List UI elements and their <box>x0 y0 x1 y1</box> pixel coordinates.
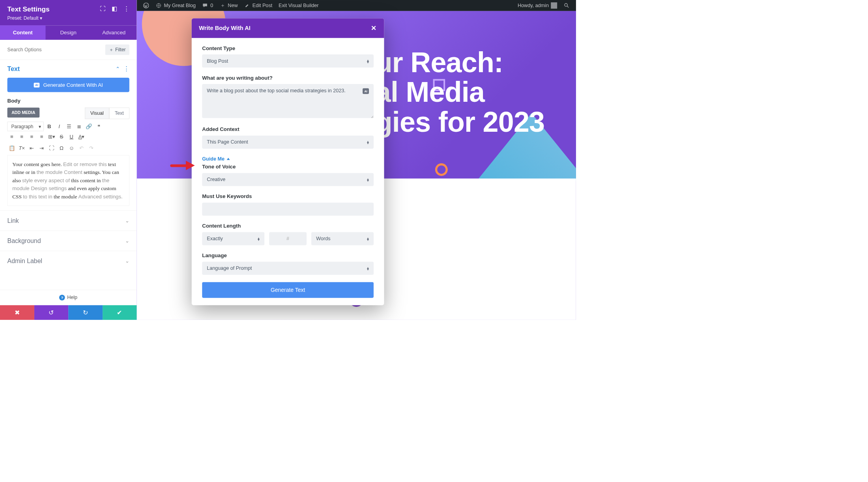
close-icon[interactable]: ✕ <box>371 24 377 32</box>
content-type-label: Content Type <box>202 45 374 51</box>
triangle-up-icon <box>226 158 230 160</box>
select-arrows-icon: ▴▾ <box>367 140 369 144</box>
snap-icon[interactable]: ◧ <box>112 5 117 12</box>
expand-icon[interactable]: ⛶ <box>100 5 106 12</box>
tone-select[interactable]: Creative▴▾ <box>202 173 374 186</box>
text-color-icon[interactable]: A▾ <box>77 132 86 141</box>
filter-label: Filter <box>115 47 126 52</box>
new-content[interactable]: ＋New <box>216 0 241 11</box>
wordpress-icon <box>143 2 149 9</box>
wp-admin-bar: My Great Blog 0 ＋New Edit Post Exit Visu… <box>137 0 576 11</box>
redo-button[interactable]: ↻ <box>68 305 103 320</box>
clear-format-icon[interactable]: T× <box>17 144 26 153</box>
underline-icon[interactable]: U <box>67 132 76 141</box>
kebab-icon[interactable]: ⋮ <box>123 5 129 12</box>
editor-tab-visual[interactable]: Visual <box>85 108 109 119</box>
add-media-button[interactable]: ADD MEDIA <box>7 108 39 118</box>
panel-tabs: Content Design Advanced <box>0 25 137 39</box>
about-textarea[interactable] <box>202 84 374 118</box>
kebab-icon[interactable]: ⋮ <box>123 65 129 72</box>
wp-logo[interactable] <box>140 0 152 11</box>
hero-line: ur Reach: <box>375 48 545 77</box>
length-label: Content Length <box>202 223 374 229</box>
redo-icon[interactable]: ↷ <box>87 144 96 153</box>
home-icon <box>155 2 162 9</box>
caret-down-icon: ▾ <box>39 123 41 129</box>
tab-advanced[interactable]: Advanced <box>91 25 137 39</box>
help-link[interactable]: ?Help <box>0 290 137 305</box>
body-label: Body <box>0 98 137 108</box>
editor-toolbar: Paragraph▾ B I ☰ ≣ 🔗 ❝ <box>0 119 137 132</box>
undo-icon[interactable]: ↶ <box>77 144 86 153</box>
paste-icon[interactable]: 📋 <box>7 144 17 153</box>
keywords-input[interactable] <box>202 203 374 216</box>
generate-text-button[interactable]: Generate Text <box>202 282 374 298</box>
comments[interactable]: 0 <box>199 0 216 11</box>
chevron-down-icon: ⌄ <box>125 238 129 244</box>
hero-ring <box>435 163 448 176</box>
tab-content[interactable]: Content <box>0 25 45 39</box>
bold-icon[interactable]: B <box>45 122 54 131</box>
undo-button[interactable]: ↺ <box>34 305 69 320</box>
fullscreen-icon[interactable]: ⛶ <box>47 144 56 153</box>
help-icon: ? <box>59 295 65 301</box>
align-justify-icon[interactable]: ≡ <box>37 132 46 141</box>
guide-me-toggle[interactable]: Guide Me <box>202 156 374 162</box>
svg-point-0 <box>144 3 149 8</box>
hero-line: gies for 2023 <box>375 107 545 136</box>
quote-icon[interactable]: ❝ <box>95 122 104 131</box>
search-toggle[interactable] <box>560 0 573 11</box>
section-text-header[interactable]: Text ⌃ ⋮ <box>0 60 137 78</box>
context-select[interactable]: This Page Content▴▾ <box>202 136 374 149</box>
chevron-down-icon: ⌄ <box>125 217 129 224</box>
keywords-label: Must Use Keywords <box>202 193 374 199</box>
language-select[interactable]: Language of Prompt▴▾ <box>202 262 374 275</box>
search-icon <box>563 2 570 9</box>
filter-button[interactable]: ＋Filter <box>105 45 129 55</box>
link-icon[interactable]: 🔗 <box>84 122 94 131</box>
preset-dropdown[interactable]: Preset: Default ▾ <box>7 15 129 21</box>
ai-icon[interactable]: AI <box>363 88 369 94</box>
strikethrough-icon[interactable]: S <box>57 132 66 141</box>
tab-design[interactable]: Design <box>45 25 91 39</box>
editor-toolbar-3: 📋 T× ⇤ ⇥ ⛶ Ω ☺ ↶ ↷ <box>0 144 137 155</box>
length-mode-select[interactable]: Exactly▴▾ <box>202 232 264 245</box>
outdent-icon[interactable]: ⇤ <box>27 144 36 153</box>
edit-post[interactable]: Edit Post <box>241 0 276 11</box>
accordion-background[interactable]: Background⌄ <box>0 231 137 251</box>
editor-tab-text[interactable]: Text <box>109 108 129 119</box>
save-button[interactable]: ✔ <box>103 305 137 320</box>
body-editor[interactable]: Your content goes here. Edit or remove t… <box>7 155 129 206</box>
content-type-select[interactable]: Blog Post▴▾ <box>202 54 374 67</box>
exit-visual-builder[interactable]: Exit Visual Builder <box>275 0 322 11</box>
bullet-list-icon[interactable]: ☰ <box>65 122 74 131</box>
plus-icon: ＋ <box>219 2 226 9</box>
numbered-list-icon[interactable]: ≣ <box>75 122 84 131</box>
discard-button[interactable]: ✖ <box>0 305 34 320</box>
ai-modal-header: Write Body With AI ✕ <box>192 18 384 38</box>
special-char-icon[interactable]: Ω <box>57 144 66 153</box>
align-center-icon[interactable]: ≡ <box>17 132 26 141</box>
paragraph-dropdown[interactable]: Paragraph▾ <box>7 122 44 131</box>
svg-point-2 <box>565 4 567 6</box>
emoji-icon[interactable]: ☺ <box>67 144 76 153</box>
accordion-link[interactable]: Link⌄ <box>0 211 137 231</box>
length-unit-select[interactable]: Words▴▾ <box>311 232 374 245</box>
table-icon[interactable]: ⊞▾ <box>47 132 56 141</box>
search-input[interactable] <box>7 47 105 53</box>
italic-icon[interactable]: I <box>55 122 64 131</box>
panel-actions: ✖ ↺ ↻ ✔ <box>0 305 137 320</box>
select-arrows-icon: ▴▾ <box>367 177 369 181</box>
indent-icon[interactable]: ⇥ <box>37 144 46 153</box>
generate-content-ai-button[interactable]: AI Generate Content With AI <box>7 78 129 92</box>
accordion-admin-label[interactable]: Admin Label⌄ <box>0 251 137 271</box>
panel-header: Text Settings ⛶ ◧ ⋮ Preset: Default ▾ <box>0 0 137 25</box>
length-number-input[interactable]: # <box>269 232 307 245</box>
ai-modal-title: Write Body With AI <box>199 25 250 32</box>
chevron-down-icon: ⌄ <box>125 258 129 264</box>
generate-label: Generate Content With AI <box>43 82 103 88</box>
site-name[interactable]: My Great Blog <box>152 0 199 11</box>
align-right-icon[interactable]: ≡ <box>27 132 36 141</box>
howdy-user[interactable]: Howdy, admin <box>514 0 560 11</box>
align-left-icon[interactable]: ≡ <box>7 132 17 141</box>
